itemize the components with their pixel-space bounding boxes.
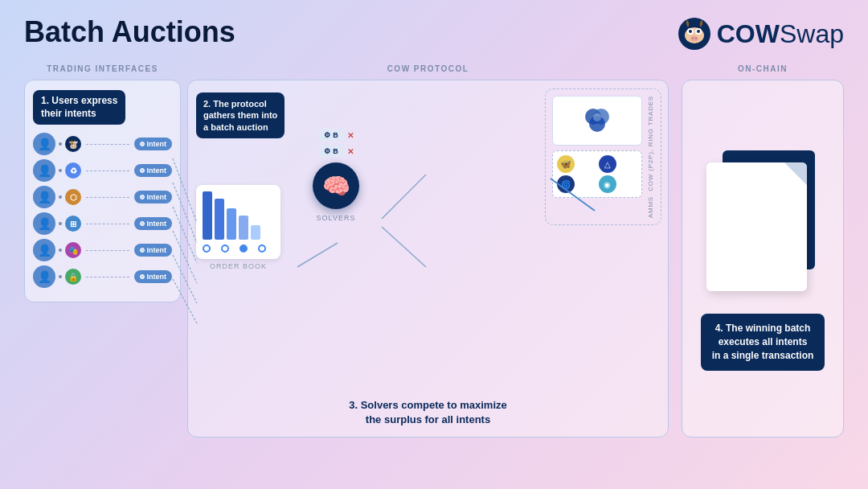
order-book-visual <box>196 185 280 259</box>
svg-point-8 <box>695 37 697 39</box>
step2-area: 2. The protocolgathers them intoa batch … <box>196 92 301 146</box>
dash-6 <box>86 277 129 277</box>
token-cow: 🐮 <box>65 136 81 152</box>
intent-row-6: 👤 🔒 Intent <box>33 265 172 288</box>
outer-ring <box>800 281 807 291</box>
ring-trades-svg <box>581 105 613 137</box>
document-visual <box>702 146 823 299</box>
intent-row-4: 👤 ⊞ Intent <box>33 212 172 235</box>
order-dots-grid <box>203 244 274 253</box>
dash-5 <box>86 250 129 251</box>
intent-row-1: 👤 🐮 Intent <box>33 133 172 155</box>
intent-dot-6 <box>140 274 145 279</box>
sources-container: 🦋 △ 🌀 ◉ CoW (P2P), Ring Trades AMMs <box>545 88 661 225</box>
solvers-label: SOLVERS <box>317 214 356 222</box>
token-stack: ⬡ <box>65 189 81 205</box>
svg-point-5 <box>697 30 700 33</box>
step1-badge: 1. Users expresstheir intents <box>33 90 125 125</box>
document-corner <box>784 162 807 185</box>
dash-4 <box>86 224 129 224</box>
trading-panel: TRADING INTERFACES 1. Users expresstheir… <box>24 64 181 458</box>
token-lock: 🔒 <box>65 269 81 285</box>
solver-chip-2: ⚙B ✕ <box>318 145 354 158</box>
svg-point-7 <box>692 37 694 39</box>
step4-badge: 4. The winning batchexecutes all intents… <box>701 314 825 370</box>
token-mask: 🎭 <box>65 242 81 258</box>
token-swap: ♻ <box>65 162 81 179</box>
connector-2 <box>59 169 62 172</box>
logo-area: COW Swap <box>677 16 844 51</box>
avatar-1: 👤 <box>33 133 55 155</box>
solver-brain-icon: 🧠 <box>313 162 359 209</box>
dash-1 <box>86 144 129 145</box>
amms-grid: 🦋 △ 🌀 ◉ <box>557 155 637 193</box>
intent-row-3: 👤 ⬡ Intent <box>33 186 172 208</box>
connector-1 <box>59 142 62 146</box>
document-front <box>706 162 807 291</box>
trading-box: 1. Users expresstheir intents 👤 🐮 Intent… <box>24 80 181 302</box>
amms-section: 🦋 △ 🌀 ◉ <box>552 150 642 198</box>
page-title: Batch Auctions <box>24 16 235 48</box>
cow-section: 🦋 △ 🌀 ◉ <box>552 96 642 218</box>
avatar-6: 👤 <box>33 265 55 288</box>
step2-badge: 2. The protocolgathers them intoa batch … <box>196 92 285 138</box>
intent-pill-2: Intent <box>134 164 173 177</box>
avatar-5: 👤 <box>33 239 55 261</box>
intent-dot-2 <box>140 168 145 173</box>
step3-area: 3. Solvers compete to maximizethe surplu… <box>320 398 537 427</box>
intent-pill-5: Intent <box>134 244 173 257</box>
avatar-4: 👤 <box>33 212 55 235</box>
amm-icon-4: ◉ <box>599 175 616 193</box>
step3-text: 3. Solvers compete to maximizethe surplu… <box>320 398 537 427</box>
intent-pill-1: Intent <box>134 138 173 150</box>
amm-icon-3: 🌀 <box>557 175 575 193</box>
content-area: TRADING INTERFACES 1. Users expresstheir… <box>24 64 844 458</box>
cow-ring-label: CoW (P2P), Ring Trades <box>648 96 654 191</box>
intent-dot-5 <box>140 248 145 253</box>
intent-dot-4 <box>140 221 145 226</box>
intent-pill-6: Intent <box>134 270 173 283</box>
intent-row-2: 👤 ♻ Intent <box>33 159 172 182</box>
connector-4 <box>59 222 62 225</box>
amm-icon-2: △ <box>599 155 616 173</box>
protocol-box: 2. The protocolgathers them intoa batch … <box>187 80 669 438</box>
intent-pill-4: Intent <box>134 217 173 230</box>
solver-chip-1: ⚙B ✕ <box>318 129 354 142</box>
sources-area: 🦋 △ 🌀 ◉ CoW (P2P), Ring Trades AMMs <box>545 88 661 225</box>
intent-row-5: 👤 🎭 Intent <box>33 239 172 261</box>
protocol-panel: COW PROTOCOL 2. The protocolgathers them… <box>181 64 675 458</box>
order-book-label: ORDER BOOK <box>196 262 280 270</box>
connector-5 <box>59 249 62 252</box>
avatar-3: 👤 <box>33 186 55 208</box>
connector-6 <box>59 275 62 278</box>
avatar-2: 👤 <box>33 159 55 182</box>
amms-label: AMMs <box>647 196 654 218</box>
svg-point-4 <box>689 30 692 33</box>
intent-dot-1 <box>140 142 145 146</box>
dash-3 <box>86 197 129 198</box>
solvers-area: ⚙B ✕ ⚙B ✕ 🧠 SOLVERS <box>313 129 359 222</box>
order-book-area: ORDER BOOK <box>196 185 280 270</box>
order-bars <box>203 191 274 240</box>
logo-text: COW Swap <box>717 19 844 49</box>
onchain-box: 4. The winning batchexecutes all intents… <box>682 80 844 438</box>
main-container: Batch Auctions COW Swap <box>0 0 868 489</box>
solver-chips: ⚙B ✕ ⚙B ✕ <box>318 129 354 158</box>
amm-icon-1: 🦋 <box>557 155 575 173</box>
intent-dot-3 <box>140 195 145 199</box>
onchain-panel: ON-CHAIN <box>675 64 844 458</box>
header: Batch Auctions COW Swap <box>24 16 844 51</box>
intent-pill-3: Intent <box>134 191 173 203</box>
svg-point-12 <box>593 113 601 121</box>
token-cube: ⊞ <box>65 216 81 232</box>
dash-2 <box>86 171 129 171</box>
vertical-labels: CoW (P2P), Ring Trades AMMs <box>647 96 654 218</box>
cow-ring-icon <box>552 96 642 146</box>
svg-point-6 <box>690 36 698 42</box>
connector-3 <box>59 195 62 199</box>
cow-logo-icon <box>677 16 712 51</box>
